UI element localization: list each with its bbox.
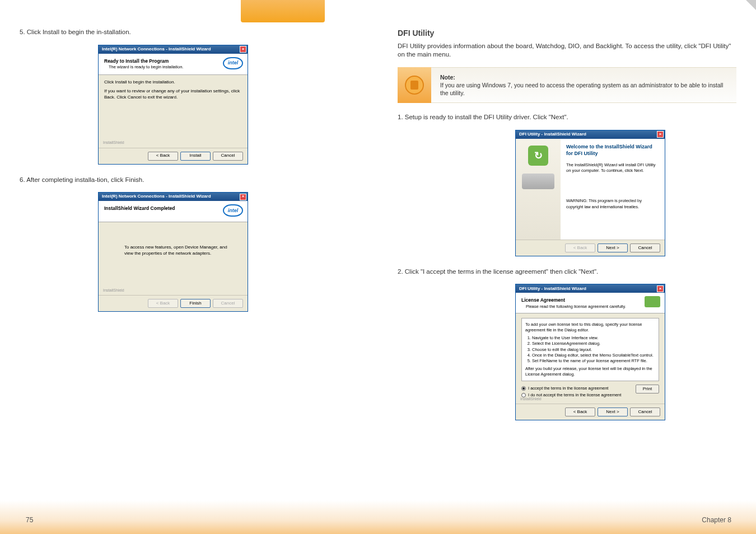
body-line2: If you want to review or change any of y… (104, 88, 242, 101)
close-icon[interactable]: × (240, 46, 246, 53)
lic-intro: To add your own license text to this dia… (525, 322, 655, 333)
radio-accept-row[interactable]: I accept the terms in the license agreem… (521, 386, 621, 391)
radio-icon[interactable] (521, 386, 526, 391)
note-label: Note: (440, 74, 455, 81)
cancel-button[interactable]: Cancel (213, 152, 243, 161)
intro-text: DFI Utility provides information about t… (398, 42, 736, 59)
dialog-header: Ready to Install the Program The wizard … (99, 54, 248, 75)
titlebar: DFI Utility - InstallShield Wizard × (516, 284, 665, 293)
step2-text: 2. Click "I accept the terms in the lice… (398, 268, 736, 277)
header-sub: The wizard is ready to begin installatio… (104, 64, 242, 70)
dialog-title: DFI Utility - InstallShield Wizard (519, 286, 586, 292)
lic-list: Navigate to the User Interface view. Sel… (532, 335, 655, 364)
dialog-body: To access new features, open Device Mana… (99, 222, 248, 295)
license-textbox[interactable]: To add your own license text to this dia… (521, 318, 659, 381)
next-button[interactable]: Next > (598, 407, 628, 416)
step5-text: 5. Click Install to begin the in-stallat… (20, 28, 358, 37)
intel-logo-icon: intel (223, 57, 243, 69)
chapter-tab (241, 0, 325, 22)
body-line1: Click Install to begin the installation. (104, 79, 242, 86)
header-bold: InstallShield Wizard Completed (104, 205, 242, 212)
titlebar: DFI Utility - InstallShield Wizard × (516, 130, 665, 139)
note-icon (405, 76, 424, 95)
dialog-title: Intel(R) Network Connections - InstallSh… (102, 46, 211, 53)
note-side (398, 67, 431, 104)
dialog-header: InstallShield Wizard Completed intel (99, 201, 248, 222)
body-text: To access new features, open Device Mana… (124, 245, 231, 257)
lic-item: Choose to edit the dialog layout. (532, 347, 655, 353)
footer-wave (0, 500, 756, 534)
install-button[interactable]: Install (180, 152, 211, 161)
cancel-button[interactable]: Cancel (630, 243, 660, 252)
lic-after: After you build your release, your licen… (525, 366, 655, 377)
cancel-button[interactable]: Cancel (630, 407, 660, 416)
welcome-title: Welcome to the InstallShield Wizard for … (566, 143, 659, 157)
setup-box-icon: ↻ (528, 146, 548, 166)
dialog-body: Click Install to begin the installation.… (99, 75, 248, 148)
installshield-label: InstallShield (103, 288, 124, 293)
computer-silhouette-icon (522, 174, 554, 189)
lic-item: Set FileName to the name of your license… (532, 358, 655, 364)
lic-item: Navigate to the User Interface view. (532, 335, 655, 341)
radio-reject-label: I do not accept the terms in the license… (528, 392, 621, 398)
section-title: DFI Utility (398, 28, 736, 39)
next-button[interactable]: Next > (598, 243, 628, 252)
welcome-line1: The InstallShield(R) Wizard will install… (566, 162, 659, 174)
page-corner (746, 0, 756, 10)
installshield-label: InstallShield (520, 396, 542, 401)
step1-text: 1. Setup is ready to install the DFI Uti… (398, 113, 736, 122)
lic-item: Select the LicenseAgreement dialog. (532, 341, 655, 346)
lic-item: Once in the Dialog editor, select the Me… (532, 353, 655, 358)
welcome-sidebar: ↻ (516, 139, 561, 240)
close-icon[interactable]: × (657, 285, 664, 292)
intel-logo-icon: intel (223, 204, 243, 217)
dialog-body: ↻ Welcome to the InstallShield Wizard fo… (516, 139, 665, 240)
close-icon[interactable]: × (657, 131, 664, 138)
dialog-body: To add your own license text to this dia… (516, 313, 665, 404)
dialog-header: License Agreement Please read the follow… (516, 293, 665, 313)
close-icon[interactable]: × (240, 194, 246, 200)
radio-accept-label: I accept the terms in the license agreem… (528, 386, 608, 391)
page-number: 75 (26, 516, 33, 524)
chapter-label: Chapter 8 (702, 516, 731, 524)
step6-text: 6. After completing installa-tion, click… (20, 176, 358, 185)
right-column: DFI Utility DFI Utility provides informa… (378, 28, 756, 521)
back-button: < Back (148, 299, 178, 308)
back-button: < Back (565, 243, 595, 252)
intel-dialog-completed: Intel(R) Network Connections - InstallSh… (98, 192, 248, 312)
header-bold: Ready to Install the Program (104, 58, 242, 64)
dfi-dialog-welcome: DFI Utility - InstallShield Wizard × ↻ W… (515, 130, 665, 256)
back-button[interactable]: < Back (148, 152, 178, 161)
dialog-footer: < Back Next > Cancel (516, 240, 665, 256)
dfi-dialog-license: DFI Utility - InstallShield Wizard × Lic… (515, 284, 665, 420)
print-button[interactable]: Print (636, 385, 659, 394)
header-sub: Please read the following license agreem… (521, 304, 659, 310)
intel-dialog-ready: Intel(R) Network Connections - InstallSh… (98, 45, 248, 165)
dialog-title: Intel(R) Network Connections - InstallSh… (102, 194, 211, 200)
cancel-button: Cancel (213, 299, 243, 308)
welcome-main: Welcome to the InstallShield Wizard for … (561, 139, 665, 240)
left-column: 5. Click Install to begin the in-stallat… (0, 28, 378, 521)
back-button[interactable]: < Back (565, 407, 595, 416)
dialog-footer: < Back Finish Cancel (99, 295, 248, 311)
dialog-footer: < Back Install Cancel (99, 148, 248, 164)
note-text: If you are using Windows 7, you need to … (440, 82, 723, 96)
installshield-label: InstallShield (103, 140, 124, 145)
dfi-badge-icon (645, 296, 660, 307)
finish-button[interactable]: Finish (180, 299, 211, 308)
note-body: Note: If you are using Windows 7, you ne… (431, 67, 736, 104)
welcome-warn: WARNING: This program is protected by co… (566, 198, 659, 209)
titlebar: Intel(R) Network Connections - InstallSh… (99, 45, 248, 54)
dialog-footer: < Back Next > Cancel (516, 404, 665, 420)
header-bold: License Agreement (521, 297, 659, 303)
titlebar: Intel(R) Network Connections - InstallSh… (99, 193, 248, 201)
note-banner: Note: If you are using Windows 7, you ne… (398, 67, 736, 104)
dialog-title: DFI Utility - InstallShield Wizard (519, 132, 586, 138)
